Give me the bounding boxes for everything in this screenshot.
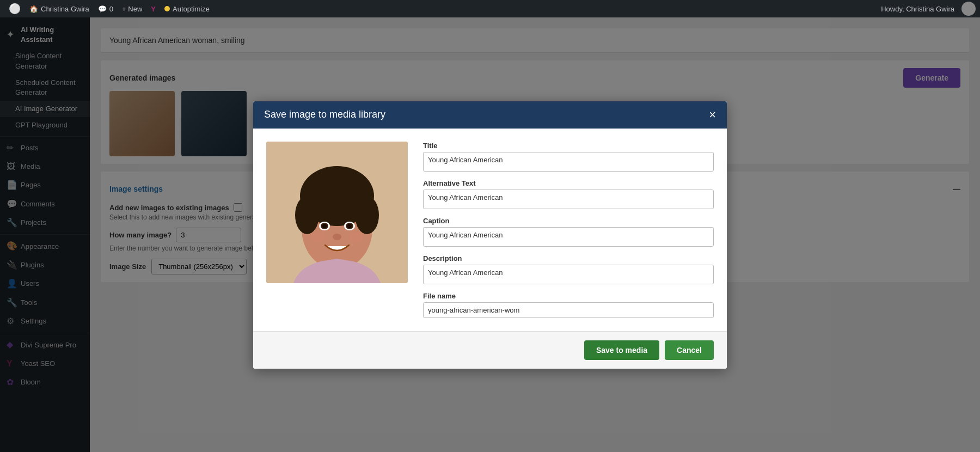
cancel-button[interactable]: Cancel — [665, 340, 714, 360]
title-field-input[interactable] — [423, 152, 714, 172]
house-icon: 🏠 — [29, 5, 38, 13]
avatar — [961, 2, 976, 16]
svg-point-9 — [322, 224, 327, 228]
yoast-icon: Y — [151, 5, 156, 13]
wp-logo-icon: ⚪ — [9, 3, 21, 15]
svg-point-13 — [333, 234, 341, 240]
svg-point-14 — [310, 231, 326, 242]
admin-bar-right: Howdy, Christina Gwira — [877, 2, 976, 16]
admin-bar-autoptimize[interactable]: Autoptimize — [160, 0, 214, 17]
autoptimize-dot-icon — [164, 6, 170, 11]
modal-overlay[interactable]: Save image to media library × — [0, 17, 980, 452]
file-name-field-label: File name — [423, 292, 714, 300]
title-field-label: Title — [423, 142, 714, 150]
save-to-media-button[interactable]: Save to media — [584, 340, 659, 360]
alt-text-field-group: Alternative Text — [423, 179, 714, 209]
modal-close-button[interactable]: × — [709, 109, 716, 121]
alt-text-field-label: Alternative Text — [423, 179, 714, 187]
modal-image-preview — [266, 142, 408, 283]
svg-point-15 — [348, 231, 364, 242]
file-name-field-group: File name — [423, 292, 714, 318]
modal-header: Save image to media library × — [253, 101, 727, 129]
modal-footer: Save to media Cancel — [253, 331, 727, 369]
modal-title: Save image to media library — [264, 109, 385, 120]
alt-text-field-input[interactable] — [423, 190, 714, 209]
svg-point-6 — [355, 196, 379, 234]
description-field-group: Description — [423, 254, 714, 284]
description-field-label: Description — [423, 254, 714, 262]
person-illustration — [266, 142, 408, 283]
admin-bar-wp-logo[interactable]: ⚪ — [4, 0, 25, 17]
caption-field-label: Caption — [423, 217, 714, 225]
admin-bar-site-name[interactable]: 🏠 Christina Gwira — [25, 0, 94, 17]
admin-bar-new[interactable]: + New — [118, 0, 146, 17]
caption-field-group: Caption — [423, 217, 714, 247]
admin-bar: ⚪ 🏠 Christina Gwira 💬 0 + New Y Autoptim… — [0, 0, 980, 17]
comment-icon: 💬 — [98, 5, 107, 13]
file-name-field-input[interactable] — [423, 302, 714, 318]
admin-bar-comments[interactable]: 💬 0 — [94, 0, 118, 17]
modal-body: Title Alternative Text Caption Descripti… — [253, 129, 727, 331]
title-field-group: Title — [423, 142, 714, 172]
modal-fields: Title Alternative Text Caption Descripti… — [423, 142, 714, 318]
caption-field-input[interactable] — [423, 227, 714, 247]
svg-point-5 — [295, 196, 319, 234]
description-field-input[interactable] — [423, 265, 714, 284]
admin-bar-yoast[interactable]: Y — [146, 0, 160, 17]
svg-point-12 — [347, 224, 352, 228]
save-image-modal: Save image to media library × — [253, 101, 727, 369]
